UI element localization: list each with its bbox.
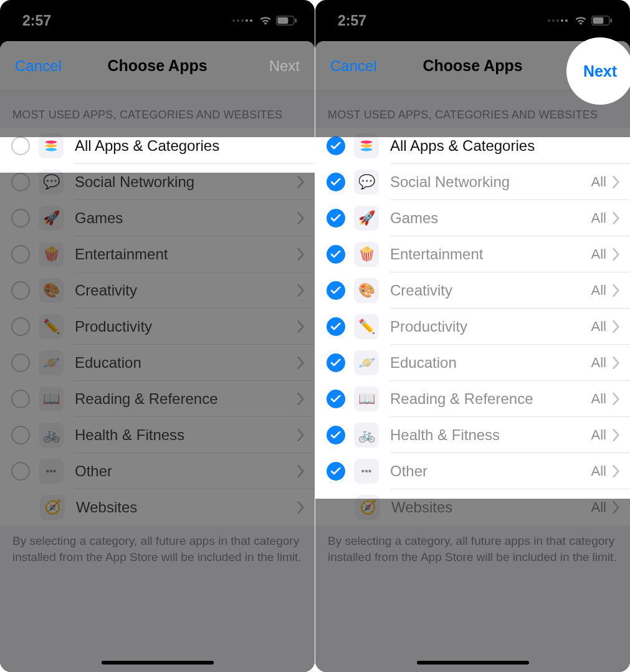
row-games[interactable]: 🚀 Games All	[315, 200, 630, 236]
row-label: Entertainment	[75, 246, 297, 263]
row-label: Other	[75, 463, 297, 480]
home-indicator[interactable]	[417, 661, 529, 665]
websites-icon: 🧭	[355, 495, 380, 520]
checkbox[interactable]	[327, 462, 345, 481]
reading-icon: 📖	[354, 386, 379, 411]
row-creativity[interactable]: 🎨 Creativity	[0, 272, 315, 309]
row-label: All Apps & Categories	[390, 137, 620, 155]
svg-rect-1	[277, 17, 288, 24]
checkbox[interactable]	[327, 173, 345, 191]
row-health[interactable]: 🚲 Health & Fitness	[0, 417, 315, 453]
checkbox[interactable]	[11, 209, 30, 228]
chevron-right-icon	[613, 284, 620, 297]
websites-icon: 🧭	[40, 495, 65, 520]
education-icon: 🪐	[354, 350, 379, 375]
games-icon: 🚀	[354, 206, 379, 231]
chevron-right-icon	[613, 501, 620, 514]
checkbox[interactable]	[11, 317, 30, 336]
svg-rect-5	[610, 19, 612, 23]
chevron-right-icon	[297, 248, 305, 261]
row-entertainment[interactable]: 🍿 Entertainment All	[315, 236, 630, 272]
row-all-apps[interactable]: All Apps & Categories	[0, 128, 315, 164]
checkbox[interactable]	[327, 281, 345, 300]
next-button[interactable]: Next	[269, 57, 300, 75]
chevron-right-icon	[613, 429, 620, 441]
row-social[interactable]: 💬 Social Networking	[0, 164, 315, 200]
checkbox-all[interactable]	[11, 137, 30, 155]
battery-icon	[276, 16, 297, 26]
row-label: Other	[390, 463, 591, 480]
status-time: 2:57	[338, 12, 366, 29]
health-icon: 🚲	[354, 423, 379, 448]
checkbox[interactable]	[11, 390, 30, 408]
creativity-icon: 🎨	[39, 278, 64, 303]
chevron-right-icon	[613, 320, 620, 333]
cancel-button[interactable]: Cancel	[330, 57, 377, 75]
row-education[interactable]: 🪐 Education	[0, 345, 315, 381]
row-health[interactable]: 🚲 Health & Fitness All	[315, 417, 630, 453]
cellular-icon	[548, 19, 568, 22]
checkbox[interactable]	[327, 245, 345, 264]
chevron-right-icon	[613, 176, 620, 188]
chevron-right-icon	[297, 284, 305, 297]
row-label: Reading & Reference	[75, 390, 297, 408]
checkbox[interactable]	[11, 462, 30, 481]
row-reading[interactable]: 📖 Reading & Reference All	[315, 381, 630, 417]
section-header: MOST USED APPS, CATEGORIES AND WEBSITES	[0, 91, 315, 128]
cancel-button[interactable]: Cancel	[15, 57, 62, 75]
phone-screenshot-right: 2:57 Cancel Choose Apps Next MOST USED A…	[315, 0, 630, 672]
chevron-right-icon	[297, 320, 305, 333]
row-label: Social Networking	[390, 173, 591, 191]
checkbox[interactable]	[327, 317, 345, 336]
reading-icon: 📖	[39, 386, 64, 411]
row-detail: All	[591, 427, 606, 443]
checkbox[interactable]	[11, 353, 30, 372]
entertainment-icon: 🍿	[39, 242, 64, 267]
sheet: Cancel Choose Apps Next MOST USED APPS, …	[0, 41, 315, 672]
next-highlight[interactable]: Next	[566, 37, 630, 105]
category-list: All Apps & Categories 💬 Social Networkin…	[0, 128, 315, 526]
row-label: Productivity	[75, 318, 297, 335]
checkbox-all[interactable]	[327, 137, 345, 155]
row-reading[interactable]: 📖 Reading & Reference	[0, 381, 315, 417]
row-entertainment[interactable]: 🍿 Entertainment	[0, 236, 315, 272]
status-right	[232, 16, 297, 26]
checkbox[interactable]	[327, 390, 345, 408]
social-icon: 💬	[354, 170, 379, 194]
row-label: Websites	[391, 499, 591, 516]
row-websites[interactable]: 🧭 Websites	[0, 489, 315, 526]
chevron-right-icon	[297, 212, 305, 224]
row-label: Social Networking	[75, 173, 297, 191]
chevron-right-icon	[297, 393, 305, 405]
checkbox[interactable]	[327, 426, 345, 444]
checkbox[interactable]	[11, 426, 30, 444]
row-creativity[interactable]: 🎨 Creativity All	[315, 272, 630, 309]
checkbox[interactable]	[327, 209, 345, 228]
chevron-right-icon	[297, 501, 305, 514]
productivity-icon: ✏️	[39, 314, 64, 339]
home-indicator[interactable]	[102, 661, 214, 665]
row-social[interactable]: 💬 Social Networking All	[315, 164, 630, 200]
row-detail: All	[591, 210, 606, 226]
row-other[interactable]: ••• Other All	[315, 453, 630, 489]
chevron-right-icon	[613, 465, 620, 478]
checkbox[interactable]	[11, 245, 30, 264]
chevron-right-icon	[613, 357, 620, 369]
wifi-icon	[574, 16, 588, 26]
cellular-icon	[232, 19, 252, 22]
row-productivity[interactable]: ✏️ Productivity All	[315, 309, 630, 345]
row-websites[interactable]: 🧭 Websites All	[315, 489, 630, 526]
row-detail: All	[591, 174, 606, 190]
checkbox[interactable]	[327, 353, 345, 372]
row-education[interactable]: 🪐 Education All	[315, 345, 630, 381]
row-other[interactable]: ••• Other	[0, 453, 315, 489]
row-label: Games	[75, 209, 297, 227]
nav-bar: Cancel Choose Apps Next	[0, 41, 315, 91]
row-detail: All	[591, 463, 606, 479]
checkbox[interactable]	[11, 173, 30, 191]
chevron-right-icon	[613, 393, 620, 405]
checkbox[interactable]	[11, 281, 30, 300]
row-productivity[interactable]: ✏️ Productivity	[0, 309, 315, 345]
row-all-apps[interactable]: All Apps & Categories	[315, 128, 630, 164]
row-games[interactable]: 🚀 Games	[0, 200, 315, 236]
